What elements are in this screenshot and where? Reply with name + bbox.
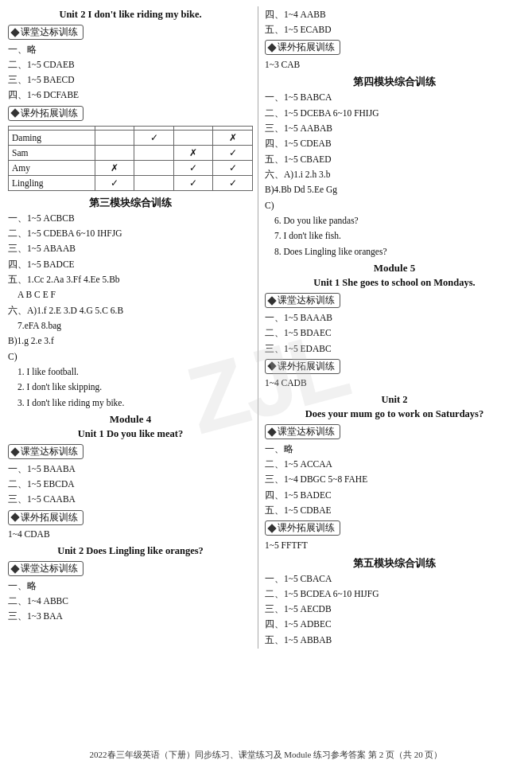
r-m5c-wu: 五、1~5 ABBAB	[265, 633, 524, 648]
m3-C: C)	[8, 350, 253, 364]
table-row-lingling: Lingling ✓ ✓ ✓	[9, 175, 253, 190]
m3-yi: 一、1~5 ACBCB	[8, 212, 253, 226]
r-m4-wu: 五、1~5 CBAED	[265, 153, 524, 167]
r-m4-B-label: B)	[265, 185, 274, 194]
m4-unit2-title: Unit 2 Does Lingling like oranges?	[8, 545, 253, 557]
page: ZJL Unit 2 I don't like riding my bike. …	[0, 0, 532, 764]
table-cell	[134, 175, 174, 190]
yi-line: 一、略	[8, 43, 253, 57]
r-m5u2-classroom-tag: 课堂达标训练	[265, 424, 340, 439]
m3-liu-2: 7.eFA 8.bag	[17, 319, 253, 333]
diamond-icon-r4	[267, 427, 276, 436]
r-unit2-m5-subtitle: Does your mum go to work on Saturdays?	[265, 408, 524, 420]
m3-C-label: C)	[8, 352, 17, 361]
r-m5-extra-tag: 课外拓展训练	[265, 359, 340, 374]
m3-liu: 六、A)1.f 2.E 3.D 4.G 5.C 6.B	[8, 304, 253, 318]
r-m4-liu-label: 六、A)	[265, 170, 293, 179]
r-m4-C-7: 7. I don't like fish.	[274, 229, 524, 244]
diamond-icon-4	[10, 513, 19, 522]
r-m4-C-label: C)	[265, 201, 274, 210]
r-m4-C-6: 6. Do you like pandas?	[274, 214, 524, 228]
table-cell: ✓	[173, 175, 213, 190]
left-column: Unit 2 I don't like riding my bike. 课堂达标…	[8, 6, 258, 649]
table-cell-name: Lingling	[9, 175, 95, 190]
san-line: 三、1~5 BAECD	[8, 73, 253, 88]
r-unit1-m5-title: Unit 1 She goes to school on Mondays.	[265, 277, 524, 289]
r-m5u2-extra-tag: 课外拓展训练	[265, 520, 340, 536]
r-extra-tag: 课外拓展训练	[265, 40, 340, 55]
m3-C-3: 3. I don't like riding my bike.	[17, 396, 253, 411]
table-cell	[173, 130, 213, 145]
r-m4-si: 四、1~5 CDEAB	[265, 137, 524, 151]
table-cell-name: Sam	[9, 145, 95, 160]
m4u2-classroom-tag-label: 课堂达标训练	[21, 563, 78, 575]
diamond-icon	[10, 28, 19, 37]
r-m5u2-yi: 一、略	[265, 442, 524, 457]
module4-section-title: Module 4	[8, 413, 253, 426]
m3-liu-1: 1.f 2.E 3.D 4.G 5.C 6.B	[37, 306, 123, 315]
table-cell-name: Daming	[9, 130, 95, 145]
m4-er: 二、1~5 EBCDA	[8, 477, 253, 492]
r-m5u2-extra-tag-label: 课外拓展训练	[278, 522, 335, 534]
diamond-icon-5	[10, 564, 19, 573]
table-cell: ✓	[213, 175, 253, 190]
m4u2-er: 二、1~4 ABBC	[8, 594, 253, 609]
r-m5u2-1to5: 1~5 FFTFT	[265, 539, 524, 553]
r-m4-B: B)4.Bb Dd 5.Ee Gg	[265, 183, 524, 197]
r-m4-san: 三、1~5 AABAB	[265, 122, 524, 136]
r-m5c-yi: 一、1~5 CBACA	[265, 572, 524, 587]
module4-unit1-title: Unit 1 Do you like meat?	[8, 428, 253, 440]
m4u2-san: 三、1~3 BAA	[8, 610, 253, 624]
table-cell: ✗	[95, 160, 134, 175]
footer: 2022春三年级英语（下册）同步练习、课堂练习及 Module 练习参考答案 第…	[0, 749, 532, 761]
r-m4-er: 二、1~5 DCEBA 6~10 FHIJG	[265, 107, 524, 121]
classroom-tag: 课堂达标训练	[8, 25, 83, 40]
si-line: 四、1~6 DCFABE	[8, 88, 253, 103]
r-m5u2-san: 三、1~4 DBGC 5~8 FAHE	[265, 473, 524, 487]
table-cell: ✗	[213, 130, 253, 145]
er-line: 二、1~5 CDAEB	[8, 58, 253, 72]
r-m4-yi: 一、1~5 BABCA	[265, 91, 524, 105]
r-m5c-er: 二、1~5 BCDEA 6~10 HIJFG	[265, 587, 524, 602]
table-cell: ✓	[173, 160, 213, 175]
r-m5-classroom-tag: 课堂达标训练	[265, 293, 340, 308]
two-column-layout: Unit 2 I don't like riding my bike. 课堂达标…	[8, 6, 524, 649]
r-module5-comp-title: 第五模块综合训练	[265, 556, 524, 571]
m4u2-yi: 一、略	[8, 579, 253, 594]
r-m5u2-wu: 五、1~5 CDBAE	[265, 504, 524, 518]
r-si-cont: 四、1~4 AABB	[265, 8, 524, 22]
r-m5-san: 三、1~5 EDABC	[265, 342, 524, 357]
table-cell-name: Amy	[9, 160, 95, 175]
table-row-sam: Sam ✗ ✓	[9, 145, 253, 160]
table-cell	[95, 130, 134, 145]
table-row-daming: Daming ✓ ✗	[9, 130, 253, 145]
r-m4-liu-1: 1.i 2.h 3.b	[293, 170, 330, 179]
m3-wu-label: 五、1.	[8, 275, 34, 284]
table-cell	[95, 145, 134, 160]
m4-san: 三、1~5 CAABA	[8, 493, 253, 507]
r-m5-yi: 一、1~5 BAAAB	[265, 311, 524, 325]
table-cell: ✗	[173, 145, 213, 160]
diamond-icon-2	[10, 109, 19, 118]
r-m5u2-classroom-tag-label: 课堂达标训练	[278, 426, 335, 438]
diamond-icon-r3	[267, 362, 276, 371]
r-wu-cont: 五、1~5 ECABD	[265, 23, 524, 37]
r-unit2-m5-title: Unit 2	[265, 394, 524, 406]
m3-C-2: 2. I don't like skipping.	[17, 380, 253, 395]
table-cell: ✓	[213, 145, 253, 160]
m3-liu-label: 六、A)	[8, 306, 37, 315]
m3-B: B)1.g 2.e 3.f	[8, 334, 253, 349]
table-cell	[134, 145, 174, 160]
m3-wu: 五、1.Cc 2.Aa 3.Ff 4.Ee 5.Bb	[8, 273, 253, 287]
r-module5-title: Module 5	[265, 262, 524, 275]
r-m5c-si: 四、1~5 ADBEC	[265, 618, 524, 632]
m3-B-1: 1.g 2.e 3.f	[17, 336, 54, 345]
r-extra-tag-label: 课外拓展训练	[278, 41, 335, 53]
m4-classroom-tag: 课堂达标训练	[8, 444, 83, 459]
diamond-icon-r1	[267, 43, 276, 52]
m4u2-classroom-tag: 课堂达标训练	[8, 561, 83, 576]
extra-tag: 课外拓展训练	[8, 106, 83, 121]
unit2-title: Unit 2 I don't like riding my bike.	[8, 9, 253, 21]
r-m5-1to4: 1~4 CADB	[265, 376, 524, 391]
table-cell: ✓	[95, 175, 134, 190]
